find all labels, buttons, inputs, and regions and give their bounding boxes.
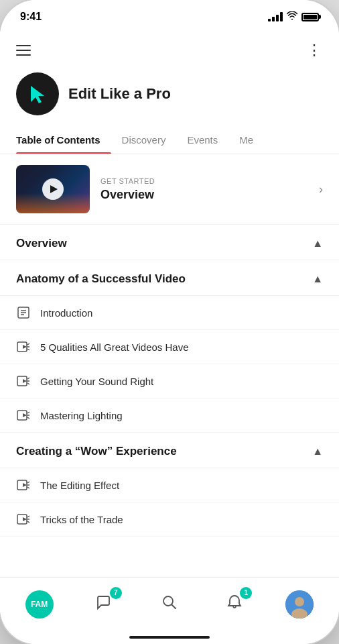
wifi-icon (287, 11, 297, 22)
wow-collapse-icon[interactable]: ▲ (312, 445, 323, 458)
get-started-card[interactable]: GET STARTED Overview › (0, 154, 339, 225)
svg-marker-16 (23, 413, 27, 417)
course-logo (16, 72, 59, 115)
tab-me[interactable]: Me (228, 126, 264, 154)
video-lesson-icon-2 (16, 374, 31, 388)
overview-card-title: Overview (100, 188, 308, 202)
overview-collapse-icon[interactable]: ▲ (312, 237, 323, 250)
svg-marker-11 (23, 379, 27, 383)
video-lesson-icon-5 (16, 512, 31, 527)
status-icons (268, 11, 319, 22)
overview-section-title: Overview (16, 237, 67, 250)
svg-line-31 (172, 604, 176, 608)
menu-line-1 (16, 45, 31, 46)
tab-events[interactable]: Events (176, 126, 228, 154)
anatomy-collapse-icon[interactable]: ▲ (312, 273, 323, 285)
chevron-right-icon: › (319, 182, 323, 197)
content-scroll[interactable]: GET STARTED Overview › Overview ▲ Anatom… (0, 154, 339, 577)
status-time: 9:41 (20, 11, 42, 23)
lesson-title-tricks: Tricks of the Trade (40, 514, 123, 525)
svg-marker-21 (23, 483, 27, 487)
play-triangle-icon (50, 185, 58, 193)
course-title: Edit Like a Pro (68, 85, 171, 103)
lesson-lighting[interactable]: Mastering Lighting (0, 398, 339, 433)
svg-line-12 (27, 378, 29, 379)
svg-marker-26 (23, 517, 27, 521)
lesson-title-lighting: Mastering Lighting (40, 410, 123, 421)
menu-line-2 (16, 50, 31, 51)
svg-point-33 (295, 597, 304, 606)
battery-icon (301, 13, 319, 21)
signal-icon (268, 12, 283, 21)
fam-badge: FAM (25, 590, 54, 619)
svg-line-17 (27, 412, 29, 413)
list-icon (16, 305, 31, 320)
lesson-tricks[interactable]: Tricks of the Trade (0, 502, 339, 537)
notification-badge: 1 (240, 587, 252, 599)
cursor-icon (27, 83, 48, 105)
app-content: ⋮ Edit Like a Pro Table of Contents Disc… (0, 34, 339, 631)
wow-section-header[interactable]: Creating a “Wow” Experience ▲ (0, 433, 339, 468)
video-lesson-icon-4 (16, 478, 31, 492)
video-lesson-icon-3 (16, 408, 31, 423)
video-thumbnail (16, 165, 90, 213)
svg-line-7 (27, 343, 29, 345)
play-button (42, 178, 64, 200)
tab-table-of-contents[interactable]: Table of Contents (16, 126, 111, 154)
top-nav: ⋮ (0, 34, 339, 67)
svg-marker-6 (23, 345, 27, 349)
svg-line-18 (27, 417, 29, 419)
svg-line-22 (27, 482, 29, 483)
lesson-title-editing-effect: The Editing Effect (40, 480, 119, 491)
lesson-title-sound: Getting Your Sound Right (40, 376, 153, 387)
lesson-title-5-qualities: 5 Qualities All Great Videos Have (40, 341, 189, 353)
bottom-nav: FAM 7 (0, 577, 339, 631)
lesson-5-qualities[interactable]: 5 Qualities All Great Videos Have (0, 330, 339, 364)
svg-line-28 (27, 521, 29, 523)
chat-badge: 7 (110, 587, 122, 599)
menu-line-3 (16, 54, 31, 56)
anatomy-section-header[interactable]: Anatomy of a Successful Video ▲ (0, 260, 339, 296)
overview-section-header[interactable]: Overview ▲ (0, 225, 339, 260)
svg-marker-0 (31, 86, 44, 103)
svg-line-8 (27, 349, 29, 350)
card-text: GET STARTED Overview (100, 177, 308, 202)
search-icon (161, 594, 178, 615)
anatomy-section-title: Anatomy of a Successful Video (16, 272, 186, 286)
svg-line-23 (27, 487, 29, 488)
profile-avatar (285, 590, 314, 619)
get-started-label: GET STARTED (100, 177, 308, 185)
phone-frame: 9:41 (0, 0, 339, 644)
notch (129, 0, 210, 19)
home-indicator (0, 631, 339, 644)
nav-profile[interactable] (281, 586, 318, 623)
menu-button[interactable] (16, 45, 31, 56)
lesson-introduction[interactable]: Introduction (0, 296, 339, 330)
lesson-sound[interactable]: Getting Your Sound Right (0, 364, 339, 398)
lesson-editing-effect[interactable]: The Editing Effect (0, 468, 339, 502)
wow-section-title: Creating a “Wow” Experience (16, 445, 177, 458)
tab-discovery[interactable]: Discovery (111, 126, 177, 154)
svg-line-13 (27, 383, 29, 384)
home-bar (129, 636, 210, 639)
svg-line-27 (27, 516, 29, 517)
video-lesson-icon-1 (16, 339, 31, 354)
nav-search[interactable] (151, 586, 188, 623)
nav-notifications[interactable]: 1 (216, 586, 253, 623)
nav-chat[interactable]: 7 (86, 586, 123, 623)
nav-fam[interactable]: FAM (21, 586, 58, 623)
course-header: Edit Like a Pro (0, 67, 339, 126)
lesson-title-introduction: Introduction (40, 307, 92, 319)
tabs-bar: Table of Contents Discovery Events Me (0, 126, 339, 154)
more-options-button[interactable]: ⋮ (307, 42, 323, 59)
